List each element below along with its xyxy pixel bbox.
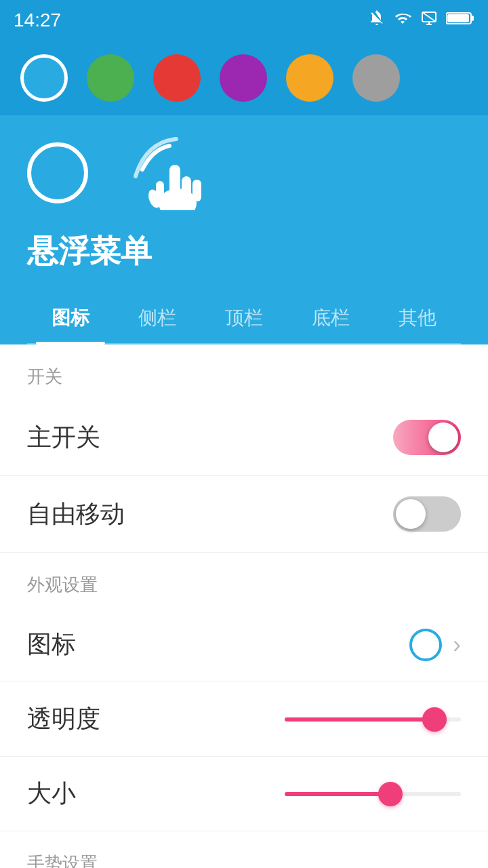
free-move-knob bbox=[396, 499, 426, 529]
transparency-row: 透明度 bbox=[0, 682, 488, 757]
free-move-toggle[interactable] bbox=[393, 496, 461, 532]
svg-rect-8 bbox=[192, 180, 201, 201]
chevron-right-icon: › bbox=[453, 633, 461, 657]
wifi-icon bbox=[393, 10, 412, 31]
color-gray[interactable] bbox=[352, 54, 400, 102]
color-blue[interactable] bbox=[20, 54, 68, 102]
size-row: 大小 bbox=[0, 757, 488, 831]
size-track bbox=[285, 792, 461, 796]
transparency-track bbox=[285, 717, 461, 722]
svg-rect-7 bbox=[182, 176, 191, 201]
settings-content: 开关 主开关 自由移动 外观设置 图标 › 透明度 大小 bbox=[0, 344, 488, 868]
tab-sidebar[interactable]: 侧栏 bbox=[114, 293, 201, 343]
header-section: 悬浮菜单 图标 侧栏 顶栏 底栏 其他 bbox=[0, 115, 488, 344]
svg-line-1 bbox=[422, 12, 436, 22]
tab-icon[interactable]: 图标 bbox=[27, 293, 114, 343]
bell-muted-icon bbox=[369, 10, 385, 31]
svg-rect-4 bbox=[447, 14, 469, 22]
appearance-section-header: 外观设置 bbox=[0, 553, 488, 608]
status-bar: 14:27 bbox=[0, 0, 488, 41]
free-move-label: 自由移动 bbox=[27, 498, 125, 531]
icon-preview-circle bbox=[409, 629, 442, 661]
transparency-fill bbox=[285, 717, 434, 722]
free-move-row: 自由移动 bbox=[0, 476, 488, 553]
floating-button-preview bbox=[27, 142, 88, 203]
screen-icon bbox=[420, 10, 438, 31]
main-switch-toggle[interactable] bbox=[393, 420, 461, 455]
svg-rect-3 bbox=[471, 16, 474, 21]
tabs-row: 图标 侧栏 顶栏 底栏 其他 bbox=[27, 293, 461, 344]
header-icons-row bbox=[27, 136, 461, 210]
size-slider[interactable] bbox=[285, 781, 461, 808]
icon-row[interactable]: 图标 › bbox=[0, 608, 488, 682]
tab-other[interactable]: 其他 bbox=[374, 293, 461, 343]
touch-gesture-icon bbox=[129, 136, 210, 210]
tab-topbar[interactable]: 顶栏 bbox=[201, 293, 287, 343]
gesture-section-header: 手势设置 bbox=[0, 831, 488, 868]
transparency-slider[interactable] bbox=[285, 706, 461, 733]
battery-icon bbox=[446, 11, 474, 30]
color-red[interactable] bbox=[153, 54, 201, 102]
size-fill bbox=[285, 792, 390, 796]
status-time: 14:27 bbox=[14, 9, 61, 31]
icon-right: › bbox=[409, 629, 461, 661]
status-icons bbox=[369, 10, 474, 31]
svg-rect-6 bbox=[169, 165, 180, 199]
color-green[interactable] bbox=[87, 54, 134, 102]
color-purple[interactable] bbox=[220, 54, 267, 102]
tab-bottombar[interactable]: 底栏 bbox=[287, 293, 374, 343]
color-picker-row bbox=[0, 41, 488, 115]
color-yellow[interactable] bbox=[286, 54, 333, 102]
switch-section-header: 开关 bbox=[0, 344, 488, 399]
size-label: 大小 bbox=[27, 777, 76, 810]
main-switch-label: 主开关 bbox=[27, 421, 100, 454]
transparency-thumb[interactable] bbox=[422, 707, 447, 732]
size-thumb[interactable] bbox=[378, 782, 403, 806]
header-title: 悬浮菜单 bbox=[27, 231, 461, 273]
icon-label: 图标 bbox=[27, 628, 76, 661]
main-switch-row: 主开关 bbox=[0, 399, 488, 476]
transparency-label: 透明度 bbox=[27, 703, 100, 736]
main-switch-knob bbox=[428, 422, 458, 452]
